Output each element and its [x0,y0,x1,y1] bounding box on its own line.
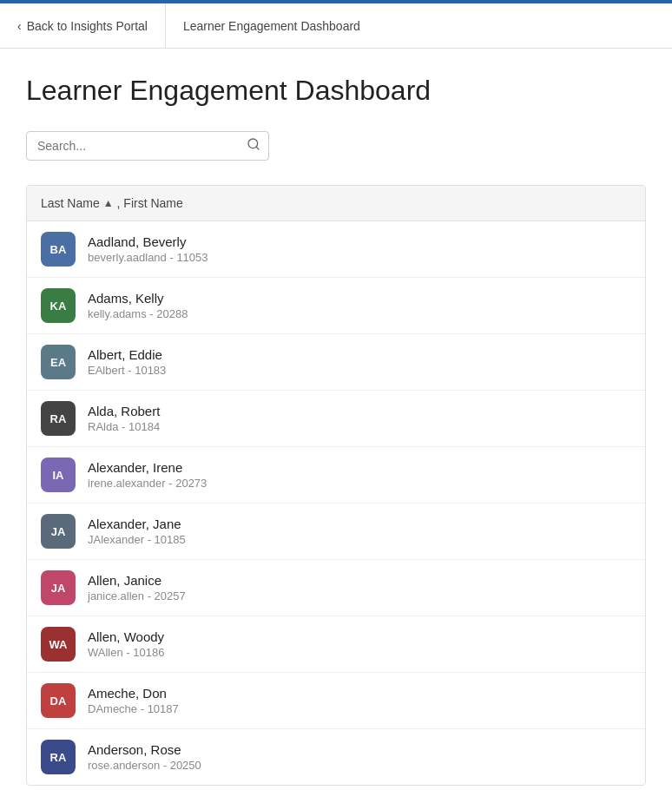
table-header: Last Name ▲ , First Name [27,186,645,221]
nav-current-page: Learner Engagement Dashboard [166,19,378,33]
learner-username: rose.anderson - 20250 [88,759,201,772]
learner-username: irene.alexander - 20273 [88,477,207,490]
learner-name: Alda, Robert [88,404,160,418]
search-button[interactable] [247,137,260,155]
learner-info: Albert, EddieEAlbert - 10183 [88,347,166,377]
learner-username: beverly.aadland - 11053 [88,251,208,264]
learner-username: RAlda - 10184 [88,420,160,433]
back-link[interactable]: ‹ Back to Insights Portal [0,3,166,48]
avatar: KA [41,288,76,323]
learner-name: Albert, Eddie [88,347,166,362]
learner-info: Aadland, Beverlybeverly.aadland - 11053 [88,234,208,264]
table-row[interactable]: RAAnderson, Roserose.anderson - 20250 [27,729,645,785]
learner-info: Allen, Janicejanice.allen - 20257 [88,573,186,602]
learner-info: Allen, WoodyWAllen - 10186 [88,629,164,659]
learner-name: Alexander, Jane [88,517,186,531]
learner-info: Anderson, Roserose.anderson - 20250 [88,742,201,772]
table-row[interactable]: EAAlbert, EddieEAlbert - 10183 [27,334,645,391]
learner-info: Ameche, DonDAmeche - 10187 [88,686,179,715]
learner-username: janice.allen - 20257 [88,589,186,602]
header-first-name: , First Name [117,196,183,210]
sort-arrow-icon: ▲ [103,197,114,209]
learner-name: Adams, Kelly [88,291,188,306]
back-link-label: Back to Insights Portal [27,19,148,33]
table-row[interactable]: JAAllen, Janicejanice.allen - 20257 [27,560,645,616]
avatar: JA [41,514,76,549]
avatar: BA [41,232,76,267]
chevron-left-icon: ‹ [17,19,22,33]
learner-name: Ameche, Don [88,686,179,701]
learner-username: WAllen - 10186 [88,646,164,659]
header-last-name: Last Name [41,196,100,210]
avatar: RA [41,401,76,436]
table-row[interactable]: JAAlexander, JaneJAlexander - 10185 [27,504,645,560]
top-nav: ‹ Back to Insights Portal Learner Engage… [0,3,672,49]
learner-username: EAlbert - 10183 [88,364,166,377]
learner-name: Alexander, Irene [88,460,207,475]
svg-line-1 [256,147,259,149]
learner-info: Alda, RobertRAlda - 10184 [88,404,160,433]
page-title: Learner Engagement Dashboard [26,75,646,107]
avatar: RA [41,740,76,774]
table-row[interactable]: IAAlexander, Ireneirene.alexander - 2027… [27,447,645,504]
learner-name: Allen, Woody [88,629,164,644]
learner-name: Aadland, Beverly [88,234,208,249]
learner-info: Alexander, JaneJAlexander - 10185 [88,517,186,546]
avatar: JA [41,570,76,605]
table-row[interactable]: DAAmeche, DonDAmeche - 10187 [27,673,645,729]
search-container [26,131,269,161]
search-icon [247,137,260,151]
avatar: WA [41,627,76,662]
learner-table: Last Name ▲ , First Name BAAadland, Beve… [26,185,646,786]
table-row[interactable]: RAAlda, RobertRAlda - 10184 [27,391,645,447]
learner-info: Adams, Kellykelly.adams - 20288 [88,291,188,320]
load-more-container: Load More [26,786,646,790]
learner-name: Anderson, Rose [88,742,201,757]
learner-list: BAAadland, Beverlybeverly.aadland - 1105… [27,221,645,785]
avatar: DA [41,683,76,718]
learner-username: JAlexander - 10185 [88,533,186,546]
main-content: Learner Engagement Dashboard Last Name ▲… [0,49,672,790]
table-row[interactable]: KAAdams, Kellykelly.adams - 20288 [27,278,645,334]
learner-username: DAmeche - 10187 [88,702,179,715]
learner-name: Allen, Janice [88,573,186,588]
search-input[interactable] [26,131,269,161]
table-row[interactable]: WAAllen, WoodyWAllen - 10186 [27,616,645,673]
avatar: IA [41,458,76,492]
learner-username: kelly.adams - 20288 [88,307,188,320]
table-row[interactable]: BAAadland, Beverlybeverly.aadland - 1105… [27,221,645,278]
learner-info: Alexander, Ireneirene.alexander - 20273 [88,460,207,490]
avatar: EA [41,345,76,379]
